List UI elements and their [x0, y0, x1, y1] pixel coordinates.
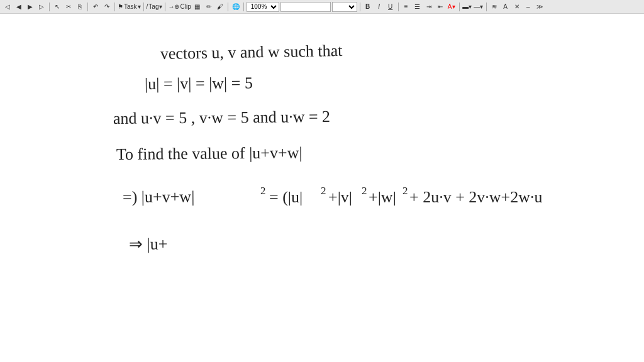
- toolbar: ◁ ◀ ▶ ▷ ↖ ✂ ⎘ ↶ ↷ ⚑ Task ▾ / Tag ▾ →⊕ Cl…: [0, 0, 644, 14]
- undo-icon[interactable]: ↶: [91, 2, 101, 12]
- separator-4: [143, 3, 144, 11]
- svg-text:2: 2: [362, 185, 367, 197]
- list-icon[interactable]: ≡: [401, 2, 411, 12]
- task-arrow-icon: ▾: [138, 3, 141, 10]
- tag-dropdown[interactable]: / Tag ▾: [147, 3, 163, 10]
- globe-icon[interactable]: 🌐: [231, 2, 241, 12]
- more-icon[interactable]: ≋: [489, 2, 499, 12]
- svg-text:=)  |u+v+w|: =) |u+v+w|: [123, 187, 194, 206]
- indent-icon[interactable]: ⇥: [424, 2, 434, 12]
- italic-button[interactable]: I: [374, 2, 384, 12]
- search-input[interactable]: [280, 2, 331, 12]
- canvas-area: vectors u, v and w such that |u| = |v| =…: [0, 14, 644, 362]
- svg-text:|u| = |v| = |w| = 5: |u| = |v| = |w| = 5: [145, 74, 253, 92]
- separator-10: [459, 3, 460, 11]
- flag-icon: ⚑: [118, 3, 123, 10]
- pen-icon[interactable]: ✏: [204, 2, 214, 12]
- close-icon[interactable]: ✕: [512, 2, 522, 12]
- svg-text:= (|u|: = (|u|: [269, 188, 303, 206]
- paint-icon[interactable]: 🖌: [215, 2, 225, 12]
- svg-text:2: 2: [260, 185, 266, 197]
- svg-text:⇒  |u+: ⇒ |u+: [129, 235, 168, 253]
- separator-5: [165, 3, 165, 11]
- bold-button[interactable]: B: [363, 2, 373, 12]
- outdent-icon[interactable]: ⇤: [435, 2, 445, 12]
- task-dropdown[interactable]: ⚑ Task ▾: [118, 3, 141, 10]
- nav-back-icon[interactable]: ◁: [3, 2, 13, 12]
- tag-icon: /: [147, 3, 148, 10]
- math-svg: vectors u, v and w such that |u| = |v| =…: [0, 14, 644, 362]
- svg-text:vectors   u, v and w   such th: vectors u, v and w such that: [160, 41, 343, 63]
- cut-icon[interactable]: ✂: [64, 2, 74, 12]
- separator-1: [49, 3, 50, 11]
- clip-dropdown[interactable]: →⊕ Clip: [168, 3, 191, 10]
- svg-text:+|v|: +|v|: [328, 188, 352, 206]
- math-content: vectors u, v and w such that |u| = |v| =…: [0, 14, 644, 362]
- nav-forward-icon[interactable]: ▷: [36, 2, 47, 12]
- separator-7: [243, 3, 244, 11]
- expand-icon[interactable]: ≫: [535, 2, 545, 12]
- tag-arrow-icon: ▾: [159, 3, 162, 10]
- format-select[interactable]: [332, 2, 357, 12]
- redo-icon[interactable]: ↷: [102, 2, 112, 12]
- copy-icon[interactable]: ⎘: [75, 2, 85, 12]
- grid-icon[interactable]: ▦: [192, 2, 203, 12]
- task-label: Task: [124, 3, 137, 10]
- list2-icon[interactable]: ☰: [413, 2, 423, 12]
- tag-label: Tag: [148, 3, 158, 10]
- clip-label: Clip: [180, 3, 191, 10]
- separator-8: [360, 3, 360, 11]
- zoom-select[interactable]: 100% 75% 125% 150%: [247, 2, 279, 12]
- cursor-icon[interactable]: ↖: [52, 2, 62, 12]
- separator-3: [114, 3, 115, 11]
- svg-text:To find    the value of   |u+v: To find the value of |u+v+w|: [116, 143, 303, 163]
- svg-text:+ 2u·v + 2v·w+2w·u: + 2u·v + 2v·w+2w·u: [409, 188, 543, 206]
- highlight-icon[interactable]: ▬▾: [462, 2, 472, 12]
- separator-2: [87, 3, 88, 11]
- text-a-icon[interactable]: A: [501, 2, 511, 12]
- svg-text:and    u·v = 5   , v·w = 5   a: and u·v = 5 , v·w = 5 and u·w = 2: [113, 107, 330, 128]
- separator-11: [486, 3, 487, 11]
- underline-button[interactable]: U: [386, 2, 396, 12]
- svg-text:+|w|: +|w|: [369, 188, 396, 206]
- svg-text:2: 2: [402, 185, 408, 197]
- color-a-icon[interactable]: A▾: [447, 2, 457, 12]
- separator-9: [398, 3, 399, 11]
- pin-icon: →⊕: [168, 3, 179, 10]
- border-icon[interactable]: —▾: [474, 2, 484, 12]
- separator-6: [228, 3, 228, 11]
- svg-text:2: 2: [321, 185, 326, 197]
- nav-right-icon[interactable]: ▶: [25, 2, 35, 12]
- nav-left-icon[interactable]: ◀: [14, 2, 24, 12]
- minimize-icon[interactable]: –: [523, 2, 533, 12]
